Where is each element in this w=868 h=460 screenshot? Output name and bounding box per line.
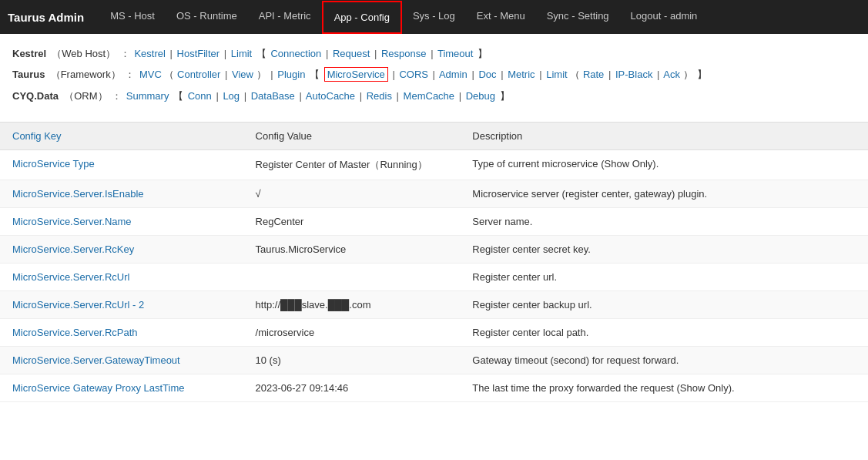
- cell-key: MicroService.Server.RcKey: [0, 236, 243, 264]
- bc-kestrel-timeout[interactable]: Timeout: [437, 48, 473, 59]
- bc-taurus-doc[interactable]: Doc: [478, 69, 496, 80]
- bc-cyq-memcache[interactable]: MemCache: [404, 90, 454, 102]
- table-row: MicroService.Server.IsEnable√Microservic…: [0, 180, 868, 208]
- cell-desc: Register center backup url.: [460, 291, 868, 319]
- bc-cyq-debug[interactable]: Debug: [466, 90, 495, 102]
- bc-taurus-view[interactable]: View: [232, 69, 253, 80]
- bc-kestrel-kestrel[interactable]: Kestrel: [134, 48, 165, 59]
- bc-cyq-autocache[interactable]: AutoCache: [306, 90, 355, 102]
- nav-api-metric[interactable]: API - Metric: [248, 1, 322, 34]
- table-row: MicroService.Server.GatewayTimeout10 (s)…: [0, 347, 868, 374]
- nav-items: MS - Host OS - Runtime API - Metric App …: [99, 1, 708, 34]
- table-row: MicroService.Server.RcKeyTaurus.MicroSer…: [0, 236, 868, 264]
- taurus-label: Taurus: [12, 69, 45, 80]
- bc-cyq-log[interactable]: Log: [223, 90, 240, 102]
- taurus-paren: （Framework）: [48, 69, 121, 80]
- bc-cyq-redis[interactable]: Redis: [367, 90, 392, 102]
- bc-taurus-ipblack[interactable]: IP-Black: [615, 69, 652, 80]
- nav-ext-menu[interactable]: Ext - Menu: [466, 1, 536, 34]
- cyqdata-label: CYQ.Data: [12, 90, 59, 102]
- col-header-desc: Description: [460, 123, 868, 150]
- cell-desc: Type of current microservice (Show Only)…: [460, 150, 868, 180]
- bc-kestrel-limit[interactable]: Limit: [231, 48, 252, 59]
- cell-desc: Register center secret key.: [460, 236, 868, 264]
- bc-kestrel-connection[interactable]: Connection: [270, 48, 321, 59]
- bc-taurus-cors[interactable]: CORS: [399, 69, 428, 80]
- col-header-key: Config Key: [0, 123, 243, 150]
- breadcrumb-taurus: Taurus （Framework） ： MVC （ Controller | …: [12, 65, 856, 83]
- nav-sys-log[interactable]: Sys - Log: [402, 1, 466, 34]
- bc-cyq-conn[interactable]: Conn: [188, 90, 212, 102]
- table-row: MicroService.Server.RcUrl - 2http://███s…: [0, 291, 868, 319]
- cell-desc: Register center url.: [460, 264, 868, 291]
- bc-taurus-admin[interactable]: Admin: [439, 69, 468, 80]
- cell-key: MicroService.Server.IsEnable: [0, 180, 243, 208]
- config-table-container: Config Key Config Value Description Micr…: [0, 122, 868, 402]
- cyqdata-paren: （ORM）: [62, 90, 108, 102]
- bc-taurus-controller[interactable]: Controller: [177, 69, 220, 80]
- table-row: MicroService.Server.RcUrlRegister center…: [0, 264, 868, 291]
- cell-desc: Server name.: [460, 208, 868, 236]
- cell-value: /microservice: [243, 319, 461, 347]
- cell-value: http://███slave.███.com: [243, 291, 461, 319]
- bc-taurus-metric[interactable]: Metric: [508, 69, 535, 80]
- cell-key: MicroService Type: [0, 150, 243, 180]
- brand: Taurus Admin: [8, 11, 84, 24]
- nav-bar: Taurus Admin MS - Host OS - Runtime API …: [0, 0, 868, 34]
- cell-value: Register Center of Master（Running）: [243, 150, 461, 180]
- cell-desc: Microservice server (register center, ga…: [460, 180, 868, 208]
- cell-value: 2023-06-27 09:14:46: [243, 374, 461, 402]
- table-row: MicroService Gateway Proxy LastTime2023-…: [0, 374, 868, 402]
- nav-app-config[interactable]: App - Config: [322, 1, 402, 34]
- bc-taurus-rate[interactable]: Rate: [583, 69, 604, 80]
- cell-value: Taurus.MicroService: [243, 236, 461, 264]
- bc-taurus-ack[interactable]: Ack: [663, 69, 680, 80]
- kestrel-paren: （Web Host）: [49, 48, 116, 59]
- cell-key: MicroService.Server.GatewayTimeout: [0, 347, 243, 374]
- bc-kestrel-response[interactable]: Response: [381, 48, 427, 59]
- bc-taurus-limit[interactable]: Limit: [546, 69, 567, 80]
- cell-key: MicroService.Server.RcPath: [0, 319, 243, 347]
- cell-desc: Gateway timeout (second) for request for…: [460, 347, 868, 374]
- cell-value: √: [243, 180, 461, 208]
- table-row: MicroService.Server.NameRegCenterServer …: [0, 208, 868, 236]
- col-header-value: Config Value: [243, 123, 461, 150]
- nav-os-runtime[interactable]: OS - Runtime: [166, 1, 248, 34]
- nav-logout[interactable]: Logout - admin: [620, 1, 709, 34]
- nav-sync-setting[interactable]: Sync - Setting: [536, 1, 620, 34]
- cell-key: MicroService Gateway Proxy LastTime: [0, 374, 243, 402]
- bc-kestrel-request[interactable]: Request: [333, 48, 370, 59]
- cell-key: MicroService.Server.Name: [0, 208, 243, 236]
- cell-value: 10 (s): [243, 347, 461, 374]
- table-header-row: Config Key Config Value Description: [0, 123, 868, 150]
- bc-taurus-plugin[interactable]: Plugin: [277, 69, 305, 80]
- cell-value: RegCenter: [243, 208, 461, 236]
- bc-taurus-mvc[interactable]: MVC: [139, 69, 162, 80]
- bc-cyq-summary[interactable]: Summary: [126, 90, 169, 102]
- table-row: MicroService.Server.RcPath/microserviceR…: [0, 319, 868, 347]
- cell-desc: Register center local path.: [460, 319, 868, 347]
- bc-kestrel-hostfilter[interactable]: HostFilter: [177, 48, 220, 59]
- breadcrumb-kestrel: Kestrel （Web Host） ： Kestrel | HostFilte…: [12, 45, 856, 62]
- config-table: Config Key Config Value Description Micr…: [0, 123, 868, 402]
- kestrel-label: Kestrel: [12, 48, 46, 59]
- table-row: MicroService TypeRegister Center of Mast…: [0, 150, 868, 180]
- bc-cyq-database[interactable]: DataBase: [251, 90, 295, 102]
- breadcrumb-cyqdata: CYQ.Data （ORM） ： Summary 【 Conn | Log | …: [12, 87, 856, 105]
- nav-ms-host[interactable]: MS - Host: [99, 1, 166, 34]
- cell-key: MicroService.Server.RcUrl: [0, 264, 243, 291]
- bc-taurus-microservice[interactable]: MicroService: [324, 67, 388, 82]
- cell-desc: The last time the proxy forwarded the re…: [460, 374, 868, 402]
- breadcrumb-area: Kestrel （Web Host） ： Kestrel | HostFilte…: [0, 34, 868, 114]
- cell-value: [243, 264, 461, 291]
- cell-key: MicroService.Server.RcUrl - 2: [0, 291, 243, 319]
